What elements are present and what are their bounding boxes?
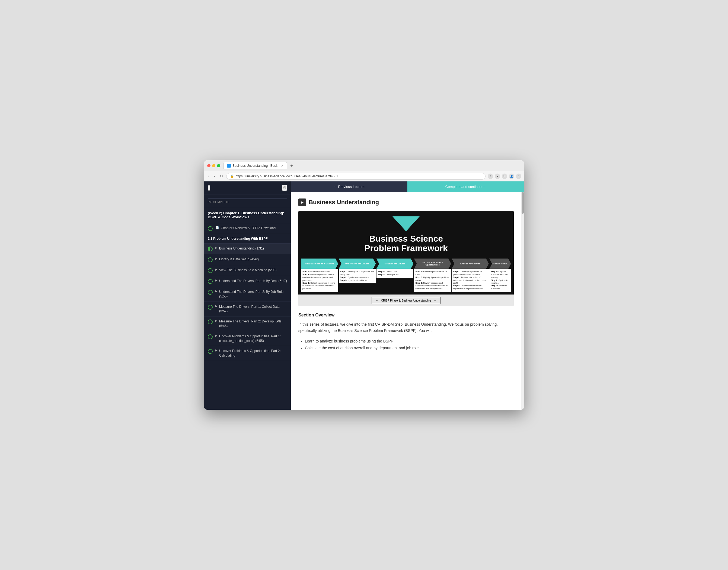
scroll-indicator[interactable]	[521, 192, 524, 410]
new-tab-button[interactable]: +	[288, 162, 295, 169]
lesson-check-2	[208, 268, 213, 273]
step-1: View Business as a Machine Step 1: Isola…	[301, 258, 338, 292]
bspf-title: Business Science Problem Framework	[364, 234, 448, 253]
sidebar-back-button[interactable]: ‹	[208, 185, 210, 191]
active-tab[interactable]: Business Understanding | Busi... ✕	[224, 162, 287, 169]
bullet-list: Learn to analyze business problems using…	[298, 338, 514, 351]
lock-icon: 🔒	[230, 174, 234, 178]
step-5: Encode Algorithms Step 1: Develop algori…	[452, 258, 489, 292]
titlebar: Business Understanding | Busi... ✕ +	[204, 160, 524, 171]
lesson-label-5: Measure The Drivers, Part 1: Collect Dat…	[219, 305, 287, 314]
crisp-bar: ← CRISP Phase 1: Business Understanding …	[372, 297, 441, 304]
file-download-item[interactable]: 📄 Chapter Overview & .R File Download	[204, 223, 291, 234]
lesson-check-6	[208, 319, 213, 324]
step-arrow-4: Uncover Problems & Opportunities	[414, 258, 451, 269]
star-icon[interactable]: ☆	[488, 174, 493, 179]
sidebar-header: ‹ ⚙	[204, 182, 291, 195]
step-4: Uncover Problems & Opportunities Step 1:…	[414, 258, 451, 292]
step-arrow-2: Understand the Drivers	[339, 258, 376, 269]
minimize-button[interactable]	[212, 164, 215, 167]
video-icon-1: ▶	[215, 257, 218, 260]
lesson-item-0[interactable]: ▶ Business Understanding (1:31)	[204, 244, 291, 254]
step-details-4: Step 1: Evaluate performance vs KPIs Ste…	[414, 269, 451, 292]
prev-lecture-button[interactable]: ← Previous Lecture	[291, 182, 408, 192]
page-title: Business Understanding	[309, 199, 379, 206]
extension-icon-1[interactable]: ●	[495, 174, 500, 179]
bullet-item-1: Calculate the cost of attrition overall …	[305, 345, 514, 351]
step-arrow-3: Measure the Drivers	[377, 258, 414, 269]
favicon-icon	[227, 164, 231, 168]
progress-label: 0% COMPLETE	[208, 200, 287, 204]
video-icon-3: ▶	[215, 279, 218, 282]
lesson-item-6[interactable]: ▶ Measure The Drivers, Part 2: Develop K…	[204, 316, 291, 331]
lesson-item-5[interactable]: ▶ Measure The Drivers, Part 1: Collect D…	[204, 302, 291, 317]
progress-track	[208, 198, 287, 199]
tab-label: Business Understanding | Busi...	[232, 164, 279, 168]
lesson-item-1[interactable]: ▶ Library & Data Setup (4:42)	[204, 254, 291, 265]
sidebar-settings-button[interactable]: ⚙	[282, 185, 287, 191]
bspf-diagram: Business Science Problem Framework View …	[298, 211, 514, 306]
lesson-label-2: View The Business As A Machine (5:03)	[219, 268, 277, 273]
video-icon-0: ▶	[215, 246, 218, 249]
lesson-label-8: Uncover Problems & Opportunities, Part 2…	[219, 349, 287, 358]
complete-continue-button[interactable]: Complete and continue →	[408, 182, 524, 192]
step-arrow-6: Measure Resul...	[489, 258, 511, 269]
video-icon-8: ▶	[215, 349, 218, 352]
back-button[interactable]: ‹	[207, 173, 210, 180]
step-arrow-1: View Business as a Machine	[301, 258, 338, 269]
lesson-item-2[interactable]: ▶ View The Business As A Machine (5:03)	[204, 265, 291, 276]
crisp-right-arrow: →	[433, 298, 437, 303]
lesson-check-0	[208, 247, 213, 251]
menu-icon[interactable]: ⋮	[516, 174, 521, 179]
lesson-label-3: Understand The Drivers, Part 1: By Dept …	[219, 279, 287, 283]
close-button[interactable]	[207, 164, 211, 167]
lesson-label-7: Uncover Problems & Opportunities, Part 1…	[219, 334, 287, 343]
lesson-check-5	[208, 305, 213, 310]
progress-section: 0% COMPLETE	[204, 195, 291, 207]
top-nav: ← Previous Lecture Complete and continue…	[291, 182, 524, 192]
lesson-label-4: Understand The Drivers, Part 2: By Job R…	[219, 290, 287, 299]
video-icon-4: ▶	[215, 290, 218, 293]
lesson-item-7[interactable]: ▶ Uncover Problems & Opportunities, Part…	[204, 331, 291, 346]
lesson-check-8	[208, 349, 213, 354]
step-3: Measure the Drivers Step 1: Collect Data…	[377, 258, 414, 292]
reload-button[interactable]: ↻	[218, 173, 224, 180]
tab-bar: Business Understanding | Busi... ✕ +	[224, 162, 521, 169]
lesson-check-3	[208, 279, 213, 284]
lesson-label-0: Business Understanding (1:31)	[219, 246, 264, 251]
user-avatar[interactable]: 👤	[509, 174, 514, 179]
lesson-item-4[interactable]: ▶ Understand The Drivers, Part 2: By Job…	[204, 287, 291, 302]
close-tab-icon[interactable]: ✕	[281, 164, 283, 168]
step-arrow-5: Encode Algorithms	[452, 258, 489, 269]
intro-text: In this series of lectures, we dive into…	[298, 321, 514, 333]
step-details-5: Step 1: Develop algorithms to predict an…	[452, 269, 489, 292]
maximize-button[interactable]	[217, 164, 220, 167]
section-overview-title: Section Overview	[298, 313, 514, 318]
bullet-item-0: Learn to analyze business problems using…	[305, 338, 514, 345]
lesson-item-8[interactable]: ▶ Uncover Problems & Opportunities, Part…	[204, 346, 291, 361]
lesson-item-3[interactable]: ▶ Understand The Drivers, Part 1: By Dep…	[204, 276, 291, 287]
play-icon: ▶	[298, 199, 306, 206]
file-icon: 📄	[215, 226, 219, 229]
step-2: Understand the Drivers Step 1: Investiga…	[339, 258, 376, 292]
lesson-check-file	[208, 226, 213, 231]
crisp-label: CRISP Phase 1: Business Understanding	[381, 299, 431, 302]
sidebar: ‹ ⚙ 0% COMPLETE (Week 2) Chapter 1, Busi…	[204, 182, 291, 410]
section-title: 1.1 Problem Understanding With BSPF	[204, 234, 291, 244]
diagram-header: Business Science Problem Framework	[298, 211, 514, 258]
lesson-label-1: Library & Data Setup (4:42)	[219, 257, 259, 262]
crisp-bar-section: ← CRISP Phase 1: Business Understanding …	[298, 294, 514, 306]
forward-button[interactable]: ›	[212, 173, 216, 180]
lesson-check-4	[208, 290, 213, 295]
step-details-3: Step 1: Collect Data Step 2: Develop KPI…	[377, 269, 414, 278]
chapter-title: (Week 2) Chapter 1, Business Understandi…	[204, 207, 291, 223]
crisp-left-arrow: ←	[375, 298, 379, 303]
url-text: https://university.business-science.io/c…	[236, 174, 338, 178]
url-bar[interactable]: 🔒 https://university.business-science.io…	[226, 173, 486, 180]
main-content: ▶ Business Understanding Business Scienc…	[291, 192, 521, 410]
bspf-steps-row: View Business as a Machine Step 1: Isola…	[298, 258, 514, 294]
video-icon-6: ▶	[215, 319, 218, 322]
address-bar-actions: ☆ ● G 👤 ⋮	[488, 174, 521, 179]
down-arrow-icon	[393, 216, 420, 231]
extension-icon-2[interactable]: G	[502, 174, 507, 179]
